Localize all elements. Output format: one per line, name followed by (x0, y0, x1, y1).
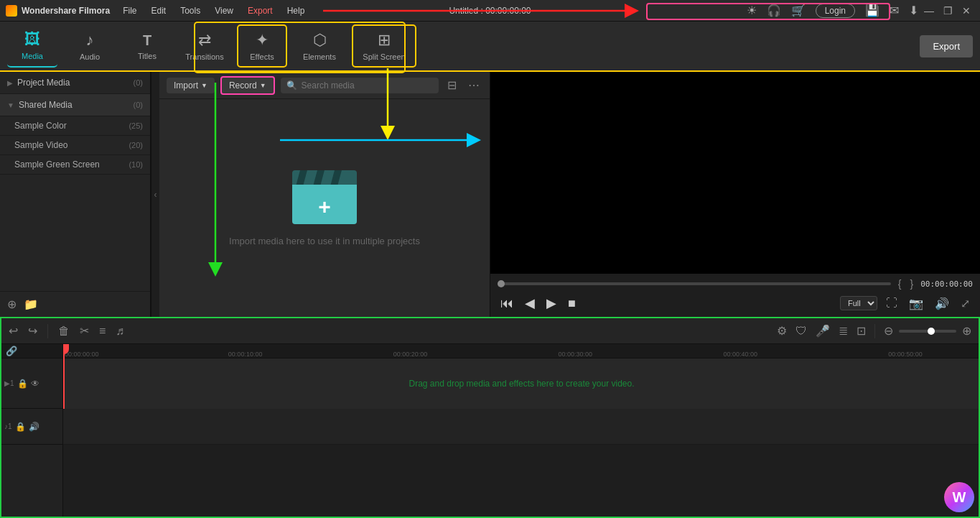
track-eye-icon[interactable]: 👁 (31, 379, 39, 389)
project-media-section[interactable]: ▶ Project Media (0) (0, 72, 150, 94)
expand-icon[interactable]: ⤢ (958, 295, 973, 312)
sample-green-screen-item[interactable]: Sample Green Screen (10) (0, 155, 150, 175)
window-controls: — ❐ ✕ (921, 3, 974, 19)
zoom-slider[interactable] (899, 330, 956, 333)
sample-video-item[interactable]: Sample Video (20) (0, 136, 150, 155)
delete-button[interactable]: 🗑 (55, 323, 73, 339)
out-point-icon[interactable]: } (908, 278, 915, 290)
volume-icon[interactable]: 🔊 (932, 295, 952, 312)
undo-button[interactable]: ↩ (6, 323, 21, 339)
audio-lock-icon[interactable]: 🔒 (15, 422, 26, 432)
login-button[interactable]: Login (816, 4, 855, 18)
filter-icon[interactable]: ⊟ (444, 77, 459, 93)
close-button[interactable]: ✕ (958, 3, 974, 19)
in-point-icon[interactable]: { (897, 278, 903, 290)
toolbar-elements[interactable]: ⬡ Elements (294, 24, 345, 68)
preview-scrubber[interactable] (498, 282, 891, 285)
main-toolbar: 🖼 Media ♪ Audio T Titles ⇄ Transitions ✦… (0, 22, 980, 72)
mic-icon[interactable]: 🎤 (813, 323, 833, 339)
audio-icon: ♪ (86, 31, 94, 50)
download-icon[interactable]: ⬇ (906, 2, 921, 19)
toolbar-separator-1 (47, 324, 48, 338)
toolbar-splitscreen[interactable]: ⊞ Split Screen (352, 24, 416, 68)
menu-edit[interactable]: Edit (145, 4, 172, 18)
step-back-button[interactable]: ⏮ (498, 295, 516, 313)
audio-track-number: ♪1 (4, 422, 12, 430)
sample-green-screen-count: (10) (129, 160, 143, 169)
play-button[interactable]: ▶ (543, 294, 559, 313)
headphones-icon[interactable]: 🎧 (764, 2, 784, 19)
grid-icon[interactable]: ⋯ (465, 77, 482, 93)
toolbar-transitions-label: Transitions (185, 52, 223, 61)
project-media-count: (0) (134, 78, 143, 87)
video-track-hint: Drag and drop media and effects here to … (409, 379, 635, 389)
sample-color-item[interactable]: Sample Color (25) (0, 116, 150, 136)
export-button[interactable]: Export (920, 35, 973, 57)
search-box: 🔍 (281, 78, 439, 93)
audio-volume-icon[interactable]: 🔊 (29, 422, 39, 432)
settings-icon[interactable]: ⚙ (774, 323, 790, 339)
stop-button[interactable]: ■ (565, 295, 579, 313)
zoom-out-icon[interactable]: ⊖ (881, 323, 896, 339)
audio-button[interactable]: ♬ (113, 323, 127, 339)
titles-icon: T (143, 32, 151, 49)
shared-media-section[interactable]: ▼ Shared Media (0) (0, 94, 150, 116)
toolbar-titles[interactable]: T Titles (122, 24, 172, 68)
audio-track-content[interactable] (63, 409, 980, 444)
menu-export[interactable]: Export (242, 4, 279, 18)
toolbar-transitions[interactable]: ⇄ Transitions (179, 24, 230, 68)
play-back-button[interactable]: ◀ (522, 294, 538, 313)
adjust-button[interactable]: ≡ (96, 323, 108, 339)
maximize-button[interactable]: ❐ (940, 3, 956, 19)
filmora-watermark: W (944, 482, 974, 512)
shared-media-count: (0) (134, 101, 143, 109)
shared-media-label: Shared Media (19, 100, 129, 110)
save-icon[interactable]: 💾 (862, 2, 882, 19)
folder-icon[interactable]: 📁 (24, 297, 38, 311)
record-button[interactable]: Record ▼ (220, 76, 275, 95)
import-label: Import (174, 80, 198, 91)
toolbar-media[interactable]: 🖼 Media (7, 24, 57, 68)
timeline-toolbar: ↩ ↪ 🗑 ✂ ≡ ♬ ⚙ 🛡 🎤 ≣ ⊡ ⊖ ⊕ (0, 318, 980, 344)
search-input[interactable] (302, 80, 433, 91)
cut-button[interactable]: ✂ (77, 323, 92, 339)
overlay-icon[interactable]: ⊡ (854, 323, 869, 339)
media-content: + Import media here to use it in multipl… (159, 99, 490, 317)
search-icon: 🔍 (286, 80, 297, 91)
link-icon[interactable]: 🔗 (6, 346, 17, 356)
window-title: Untitled : 00:00:00:00 (449, 6, 531, 16)
toolbar-audio[interactable]: ♪ Audio (65, 24, 115, 68)
minimize-button[interactable]: — (921, 3, 937, 19)
mixer-icon[interactable]: ≣ (836, 323, 851, 339)
brightness-icon[interactable]: ☀ (744, 2, 760, 19)
panel-collapse-handle[interactable]: ‹ (151, 72, 159, 317)
fullscreen-preview-icon[interactable]: ⛶ (883, 295, 900, 311)
record-dropdown-arrow: ▼ (260, 82, 266, 89)
track-lock-icon[interactable]: 🔒 (17, 379, 28, 389)
menu-view[interactable]: View (209, 4, 239, 18)
menu-help[interactable]: Help (281, 4, 311, 18)
preview-scrubber-thumb[interactable] (498, 280, 505, 287)
panel-footer: ⊕ 📁 (0, 291, 150, 317)
toolbar-media-label: Media (22, 52, 43, 60)
import-button[interactable]: Import ▼ (167, 78, 215, 93)
snapshot-icon[interactable]: 📷 (906, 295, 926, 312)
effects-icon: ✦ (256, 31, 269, 50)
record-label: Record (229, 80, 257, 91)
redo-button[interactable]: ↪ (25, 323, 40, 339)
video-track-content[interactable]: Drag and drop media and effects here to … (63, 359, 980, 409)
titlebar-icons: ☀ 🎧 🛒 Login 💾 ✉ ⬇ (744, 2, 921, 19)
shield-icon[interactable]: 🛡 (793, 323, 810, 339)
audio-track (63, 409, 980, 445)
quality-select[interactable]: Full 1/2 1/4 (840, 296, 877, 310)
transitions-icon: ⇄ (198, 31, 211, 50)
toolbar-effects[interactable]: ✦ Effects (237, 24, 287, 68)
menu-tools[interactable]: Tools (174, 4, 206, 18)
mail-icon[interactable]: ✉ (887, 2, 902, 19)
timeline-panel: ↩ ↪ 🗑 ✂ ≡ ♬ ⚙ 🛡 🎤 ≣ ⊡ ⊖ ⊕ (0, 317, 980, 518)
add-folder-icon[interactable]: ⊕ (7, 297, 17, 311)
zoom-in-icon[interactable]: ⊕ (959, 323, 974, 339)
cart-icon[interactable]: 🛒 (788, 2, 808, 19)
menu-file[interactable]: File (117, 4, 142, 18)
sample-video-label: Sample Video (14, 140, 129, 150)
